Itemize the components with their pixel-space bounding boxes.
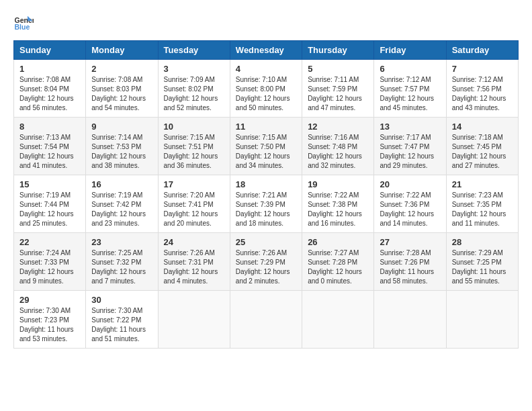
table-cell: 25 Sunrise: 7:26 AM Sunset: 7:29 PM Dayl…: [230, 233, 302, 291]
table-cell: 30 Sunrise: 7:30 AM Sunset: 7:22 PM Dayl…: [86, 291, 158, 349]
day-info: Sunrise: 7:20 AM Sunset: 7:41 PM Dayligh…: [164, 191, 224, 228]
table-cell: 6 Sunrise: 7:12 AM Sunset: 7:57 PM Dayli…: [374, 60, 446, 118]
day-info: Sunrise: 7:14 AM Sunset: 7:53 PM Dayligh…: [91, 133, 152, 171]
day-info: Sunrise: 7:29 AM Sunset: 7:25 PM Dayligh…: [452, 248, 513, 286]
day-number: 9: [91, 122, 152, 132]
day-number: 7: [452, 64, 513, 74]
day-number: 10: [164, 122, 224, 132]
day-number: 12: [308, 122, 368, 132]
day-info: Sunrise: 7:18 AM Sunset: 7:45 PM Dayligh…: [452, 133, 513, 171]
day-info: Sunrise: 7:19 AM Sunset: 7:42 PM Dayligh…: [91, 191, 152, 228]
day-number: 18: [236, 179, 296, 189]
table-cell: [446, 291, 518, 349]
day-number: 21: [452, 179, 513, 189]
day-info: Sunrise: 7:09 AM Sunset: 8:02 PM Dayligh…: [164, 75, 224, 113]
day-info: Sunrise: 7:28 AM Sunset: 7:26 PM Dayligh…: [380, 248, 440, 286]
table-cell: 23 Sunrise: 7:25 AM Sunset: 7:32 PM Dayl…: [86, 233, 158, 291]
table-row: 8 Sunrise: 7:13 AM Sunset: 7:54 PM Dayli…: [14, 118, 519, 175]
day-info: Sunrise: 7:13 AM Sunset: 7:54 PM Dayligh…: [19, 133, 80, 171]
table-cell: 18 Sunrise: 7:21 AM Sunset: 7:39 PM Dayl…: [230, 175, 302, 233]
table-row: 1 Sunrise: 7:08 AM Sunset: 8:04 PM Dayli…: [14, 60, 519, 118]
day-info: Sunrise: 7:22 AM Sunset: 7:36 PM Dayligh…: [380, 191, 440, 228]
day-number: 28: [452, 237, 513, 247]
day-number: 14: [452, 122, 513, 132]
col-saturday: Saturday: [446, 41, 518, 60]
col-tuesday: Tuesday: [158, 41, 230, 60]
day-number: 8: [19, 122, 80, 132]
day-number: 1: [19, 64, 80, 74]
day-number: 6: [380, 64, 440, 74]
header-row: Sunday Monday Tuesday Wednesday Thursday…: [14, 41, 519, 60]
table-cell: [374, 291, 446, 349]
table-cell: 12 Sunrise: 7:16 AM Sunset: 7:48 PM Dayl…: [302, 118, 374, 175]
table-cell: 15 Sunrise: 7:19 AM Sunset: 7:44 PM Dayl…: [14, 175, 86, 233]
day-number: 15: [19, 179, 80, 189]
col-thursday: Thursday: [302, 41, 374, 60]
col-wednesday: Wednesday: [230, 41, 302, 60]
day-number: 16: [91, 179, 152, 189]
day-number: 3: [164, 64, 224, 74]
table-cell: 21 Sunrise: 7:23 AM Sunset: 7:35 PM Dayl…: [446, 175, 518, 233]
day-info: Sunrise: 7:27 AM Sunset: 7:28 PM Dayligh…: [308, 248, 368, 286]
day-number: 11: [236, 122, 296, 132]
table-cell: 1 Sunrise: 7:08 AM Sunset: 8:04 PM Dayli…: [14, 60, 86, 118]
table-cell: 2 Sunrise: 7:08 AM Sunset: 8:03 PM Dayli…: [86, 60, 158, 118]
day-info: Sunrise: 7:24 AM Sunset: 7:33 PM Dayligh…: [19, 248, 80, 286]
day-info: Sunrise: 7:30 AM Sunset: 7:22 PM Dayligh…: [91, 306, 152, 344]
calendar-header: Sunday Monday Tuesday Wednesday Thursday…: [14, 41, 519, 60]
table-cell: 7 Sunrise: 7:12 AM Sunset: 7:56 PM Dayli…: [446, 60, 518, 118]
svg-text:Blue: Blue: [15, 23, 30, 31]
day-info: Sunrise: 7:15 AM Sunset: 7:50 PM Dayligh…: [236, 133, 296, 171]
table-cell: 20 Sunrise: 7:22 AM Sunset: 7:36 PM Dayl…: [374, 175, 446, 233]
day-info: Sunrise: 7:26 AM Sunset: 7:29 PM Dayligh…: [236, 248, 296, 286]
day-info: Sunrise: 7:12 AM Sunset: 7:56 PM Dayligh…: [452, 75, 513, 113]
day-info: Sunrise: 7:16 AM Sunset: 7:48 PM Dayligh…: [308, 133, 368, 171]
day-info: Sunrise: 7:12 AM Sunset: 7:57 PM Dayligh…: [380, 75, 440, 113]
day-number: 13: [380, 122, 440, 132]
day-number: 27: [380, 237, 440, 247]
day-info: Sunrise: 7:30 AM Sunset: 7:23 PM Dayligh…: [19, 306, 80, 344]
calendar-table: Sunday Monday Tuesday Wednesday Thursday…: [13, 40, 519, 349]
table-cell: 28 Sunrise: 7:29 AM Sunset: 7:25 PM Dayl…: [446, 233, 518, 291]
table-cell: 9 Sunrise: 7:14 AM Sunset: 7:53 PM Dayli…: [86, 118, 158, 175]
table-cell: [230, 291, 302, 349]
table-cell: 24 Sunrise: 7:26 AM Sunset: 7:31 PM Dayl…: [158, 233, 230, 291]
day-info: Sunrise: 7:10 AM Sunset: 8:00 PM Dayligh…: [236, 75, 296, 113]
day-info: Sunrise: 7:26 AM Sunset: 7:31 PM Dayligh…: [164, 248, 224, 286]
table-cell: 19 Sunrise: 7:22 AM Sunset: 7:38 PM Dayl…: [302, 175, 374, 233]
table-cell: 10 Sunrise: 7:15 AM Sunset: 7:51 PM Dayl…: [158, 118, 230, 175]
day-info: Sunrise: 7:22 AM Sunset: 7:38 PM Dayligh…: [308, 191, 368, 228]
calendar-body: 1 Sunrise: 7:08 AM Sunset: 8:04 PM Dayli…: [14, 60, 519, 349]
table-cell: [158, 291, 230, 349]
table-row: 22 Sunrise: 7:24 AM Sunset: 7:33 PM Dayl…: [14, 233, 519, 291]
col-friday: Friday: [374, 41, 446, 60]
day-info: Sunrise: 7:08 AM Sunset: 8:04 PM Dayligh…: [19, 75, 80, 113]
day-info: Sunrise: 7:08 AM Sunset: 8:03 PM Dayligh…: [91, 75, 152, 113]
table-cell: 3 Sunrise: 7:09 AM Sunset: 8:02 PM Dayli…: [158, 60, 230, 118]
day-number: 30: [91, 295, 152, 305]
table-cell: 16 Sunrise: 7:19 AM Sunset: 7:42 PM Dayl…: [86, 175, 158, 233]
table-cell: 27 Sunrise: 7:28 AM Sunset: 7:26 PM Dayl…: [374, 233, 446, 291]
day-number: 24: [164, 237, 224, 247]
day-number: 25: [236, 237, 296, 247]
page-header: General Blue: [13, 13, 519, 34]
col-sunday: Sunday: [14, 41, 86, 60]
day-info: Sunrise: 7:15 AM Sunset: 7:51 PM Dayligh…: [164, 133, 224, 171]
table-cell: 4 Sunrise: 7:10 AM Sunset: 8:00 PM Dayli…: [230, 60, 302, 118]
day-number: 5: [308, 64, 368, 74]
day-info: Sunrise: 7:21 AM Sunset: 7:39 PM Dayligh…: [236, 191, 296, 228]
table-cell: 22 Sunrise: 7:24 AM Sunset: 7:33 PM Dayl…: [14, 233, 86, 291]
table-cell: 17 Sunrise: 7:20 AM Sunset: 7:41 PM Dayl…: [158, 175, 230, 233]
day-info: Sunrise: 7:11 AM Sunset: 7:59 PM Dayligh…: [308, 75, 368, 113]
table-cell: 11 Sunrise: 7:15 AM Sunset: 7:50 PM Dayl…: [230, 118, 302, 175]
day-number: 26: [308, 237, 368, 247]
day-info: Sunrise: 7:25 AM Sunset: 7:32 PM Dayligh…: [91, 248, 152, 286]
table-cell: 26 Sunrise: 7:27 AM Sunset: 7:28 PM Dayl…: [302, 233, 374, 291]
day-info: Sunrise: 7:23 AM Sunset: 7:35 PM Dayligh…: [452, 191, 513, 228]
logo-icon: General Blue: [13, 13, 34, 34]
table-row: 29 Sunrise: 7:30 AM Sunset: 7:23 PM Dayl…: [14, 291, 519, 349]
day-info: Sunrise: 7:19 AM Sunset: 7:44 PM Dayligh…: [19, 191, 80, 228]
day-number: 29: [19, 295, 80, 305]
day-number: 19: [308, 179, 368, 189]
table-cell: 5 Sunrise: 7:11 AM Sunset: 7:59 PM Dayli…: [302, 60, 374, 118]
